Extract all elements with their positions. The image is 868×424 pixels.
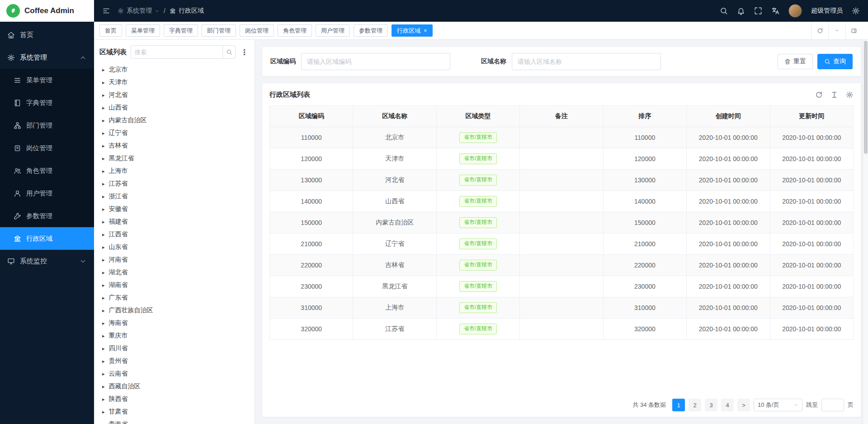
avatar[interactable] (788, 4, 802, 18)
tree-search-button[interactable] (222, 46, 235, 58)
refresh-icon[interactable] (815, 91, 823, 99)
caret-right-icon[interactable]: ▸ (102, 219, 105, 225)
sidebar-item-param-management[interactable]: 参数管理 (0, 205, 94, 227)
tree-item[interactable]: ▸ 福建省 (94, 215, 255, 228)
caret-right-icon[interactable]: ▸ (102, 92, 105, 98)
tab[interactable]: 首页 × (99, 24, 122, 37)
caret-right-icon[interactable]: ▸ (102, 244, 105, 250)
tree-item[interactable]: ▸ 广东省 (94, 291, 255, 304)
panel-toggle-button[interactable] (845, 22, 862, 39)
caret-right-icon[interactable]: ▸ (102, 396, 105, 402)
caret-right-icon[interactable]: ▸ (102, 67, 105, 73)
settings-gear-icon[interactable] (852, 7, 860, 15)
tab[interactable]: 参数管理 × (354, 24, 388, 37)
scrollbar-thumb[interactable] (864, 41, 868, 154)
page-button[interactable]: 4 (721, 399, 734, 411)
tree-item[interactable]: ▸ 陕西省 (94, 393, 255, 405)
row-height-icon[interactable] (830, 91, 838, 99)
tree-item[interactable]: ▸ 黑龙江省 (94, 152, 255, 165)
tab-close-icon[interactable]: × (424, 28, 427, 33)
tree-item[interactable]: ▸ 湖南省 (94, 279, 255, 291)
search-icon[interactable] (720, 7, 728, 15)
app-logo[interactable]: Coffee Admin (0, 0, 94, 22)
table-row[interactable]: 150000 内蒙古自治区 省市/直辖市 150000 2020-10-01 0… (270, 212, 854, 233)
tab[interactable]: 用户管理 × (316, 24, 350, 37)
tree-search-input[interactable] (131, 46, 222, 58)
translate-icon[interactable] (771, 7, 779, 15)
table-row[interactable]: 140000 山西省 省市/直辖市 140000 2020-10-01 00:0… (270, 191, 854, 212)
caret-right-icon[interactable]: ▸ (102, 105, 105, 111)
sidebar-item-home[interactable]: 首页 (0, 24, 94, 46)
table-row[interactable]: 220000 吉林省 省市/直辖市 220000 2020-10-01 00:0… (270, 255, 854, 276)
tree-item[interactable]: ▸ 北京市 (94, 63, 255, 76)
tree-item[interactable]: ▸ 甘肃省 (94, 405, 255, 418)
tree-menu-button[interactable]: ⋮ (240, 48, 249, 57)
table-row[interactable]: 120000 天津市 省市/直辖市 120000 2020-10-01 00:0… (270, 148, 854, 170)
tree-item[interactable]: ▸ 云南省 (94, 367, 255, 380)
tree-item[interactable]: ▸ 上海市 (94, 165, 255, 177)
sidebar-item-menu-management[interactable]: 菜单管理 (0, 69, 94, 91)
caret-right-icon[interactable]: ▸ (102, 320, 105, 326)
tree-item[interactable]: ▸ 湖北省 (94, 266, 255, 279)
region-code-input[interactable] (301, 53, 450, 70)
sidebar-item-user-management[interactable]: 用户管理 (0, 182, 94, 205)
tab[interactable]: 部门管理 × (202, 24, 236, 37)
tree-item[interactable]: ▸ 江西省 (94, 228, 255, 241)
caret-right-icon[interactable]: ▸ (102, 118, 105, 124)
tree-item[interactable]: ▸ 浙江省 (94, 190, 255, 203)
caret-right-icon[interactable]: ▸ (102, 168, 105, 174)
tab[interactable]: 菜单管理 × (126, 24, 160, 37)
caret-right-icon[interactable]: ▸ (102, 232, 105, 238)
page-size-select[interactable]: 10 条/页 (754, 399, 802, 411)
sidebar-item-region-management[interactable]: 行政区域 (0, 227, 94, 250)
tree-item[interactable]: ▸ 河南省 (94, 253, 255, 266)
query-button[interactable]: 查询 (817, 54, 853, 69)
tree-item[interactable]: ▸ 辽宁省 (94, 127, 255, 139)
reset-button[interactable]: 重置 (778, 54, 813, 69)
page-button[interactable]: 3 (705, 399, 717, 411)
caret-right-icon[interactable]: ▸ (102, 194, 105, 200)
caret-right-icon[interactable]: ▸ (102, 409, 105, 415)
tree-item[interactable]: ▸ 吉林省 (94, 139, 255, 152)
tree-item[interactable]: ▸ 河北省 (94, 89, 255, 101)
caret-right-icon[interactable]: ▸ (102, 358, 105, 364)
tree-item[interactable]: ▸ 海南省 (94, 317, 255, 329)
tree-item[interactable]: ▸ 贵州省 (94, 355, 255, 367)
caret-right-icon[interactable]: ▸ (102, 80, 105, 86)
table-row[interactable]: 320000 江苏省 省市/直辖市 320000 2020-10-01 00:0… (270, 319, 854, 340)
jump-page-input[interactable] (821, 399, 844, 411)
user-name[interactable]: 超级管理员 (811, 7, 843, 15)
caret-right-icon[interactable]: ▸ (102, 206, 105, 212)
tree-item[interactable]: ▸ 青海省 (94, 418, 255, 424)
table-row[interactable]: 210000 辽宁省 省市/直辖市 210000 2020-10-01 00:0… (270, 233, 854, 255)
tree-item[interactable]: ▸ 内蒙古自治区 (94, 114, 255, 127)
table-row[interactable]: 110000 北京市 省市/直辖市 110000 2020-10-01 00:0… (270, 127, 854, 148)
tree-item[interactable]: ▸ 重庆市 (94, 329, 255, 342)
caret-right-icon[interactable]: ▸ (102, 282, 105, 288)
caret-right-icon[interactable]: ▸ (102, 257, 105, 263)
sidebar-item-dict-management[interactable]: 字典管理 (0, 91, 94, 114)
page-button[interactable]: 2 (689, 399, 701, 411)
tree-item[interactable]: ▸ 山西省 (94, 101, 255, 114)
caret-right-icon[interactable]: ▸ (102, 181, 105, 187)
tab[interactable]: 字典管理 × (164, 24, 198, 37)
table-row[interactable]: 230000 黑龙江省 省市/直辖市 230000 2020-10-01 00:… (270, 276, 854, 297)
tree-item[interactable]: ▸ 安徽省 (94, 203, 255, 215)
sidebar-item-system-monitor[interactable]: 系统监控 (0, 250, 94, 272)
page-button[interactable]: 1 (672, 399, 685, 411)
caret-right-icon[interactable]: ▸ (102, 308, 105, 314)
tree-item[interactable]: ▸ 四川省 (94, 342, 255, 355)
tree-item[interactable]: ▸ 天津市 (94, 76, 255, 89)
tree-item[interactable]: ▸ 西藏自治区 (94, 380, 255, 393)
caret-right-icon[interactable]: ▸ (102, 295, 105, 301)
table-row[interactable]: 310000 上海市 省市/直辖市 310000 2020-10-01 00:0… (270, 297, 854, 319)
sidebar-item-system-management[interactable]: 系统管理 (0, 46, 94, 69)
tabs-menu-button[interactable] (828, 22, 845, 39)
bell-icon[interactable] (737, 7, 745, 15)
caret-right-icon[interactable]: ▸ (102, 422, 105, 424)
caret-right-icon[interactable]: ▸ (102, 156, 105, 162)
window-scrollbar[interactable] (863, 40, 868, 424)
refresh-tabs-button[interactable] (811, 22, 828, 39)
tab[interactable]: 行政区域 × (392, 24, 433, 37)
caret-right-icon[interactable]: ▸ (102, 371, 105, 377)
